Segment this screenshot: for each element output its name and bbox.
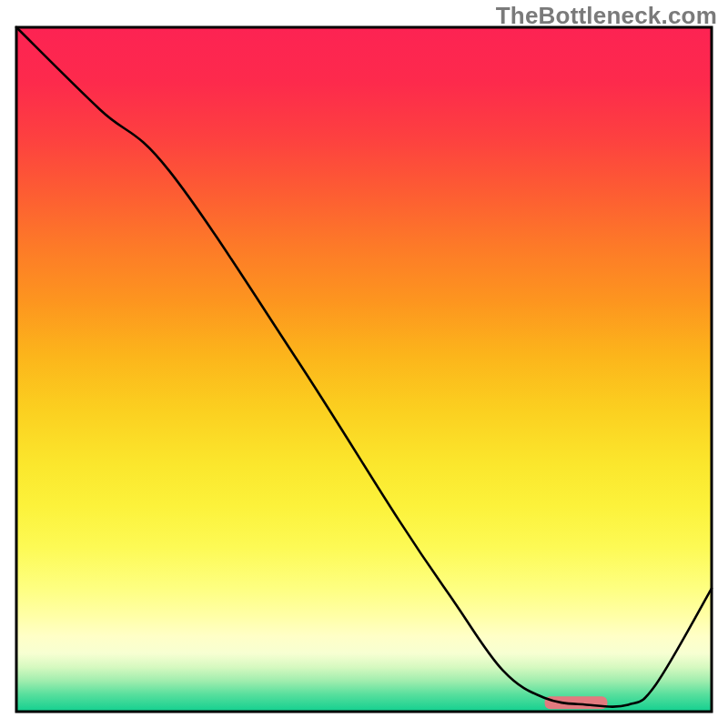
chart-svg bbox=[0, 0, 728, 728]
gradient-background bbox=[16, 27, 712, 712]
watermark-text: TheBottleneck.com bbox=[496, 2, 717, 30]
optimum-marker bbox=[545, 696, 608, 709]
chart-stage: TheBottleneck.com bbox=[0, 0, 728, 728]
